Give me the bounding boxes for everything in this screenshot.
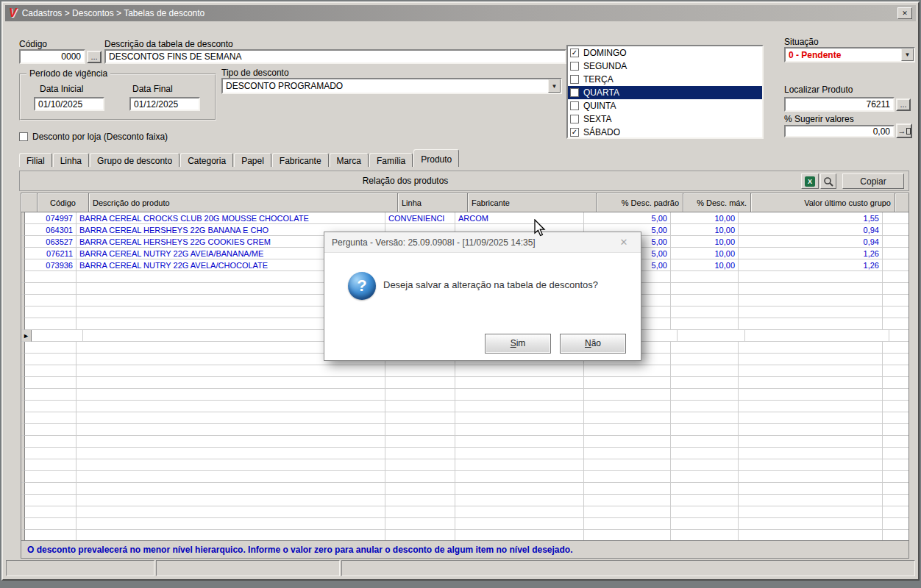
codigo-input[interactable]	[19, 49, 85, 64]
cell-desc-padrao[interactable]	[584, 436, 671, 448]
cell-linha[interactable]	[385, 412, 455, 424]
cell-valor[interactable]	[739, 401, 883, 412]
cell-desc-max[interactable]	[671, 306, 739, 318]
table-row[interactable]	[21, 506, 908, 518]
cell-codigo[interactable]	[25, 295, 77, 306]
weekday-item-quarta[interactable]: QUARTA	[568, 86, 762, 99]
cell-desc-padrao[interactable]	[584, 506, 671, 518]
cell-fabricante[interactable]	[455, 365, 584, 377]
cell-desc-max[interactable]	[671, 295, 739, 306]
table-row[interactable]	[21, 459, 908, 471]
cell-desc-max[interactable]	[671, 377, 739, 389]
checkbox-icon[interactable]: ✓	[570, 128, 579, 137]
cell-linha[interactable]	[385, 495, 455, 506]
header-desc-max[interactable]: % Desc. máx.	[683, 193, 751, 212]
cell-fabricante[interactable]	[455, 530, 584, 540]
table-row[interactable]	[21, 389, 908, 401]
cell-linha[interactable]	[385, 459, 455, 471]
cell-desc-padrao[interactable]	[584, 471, 671, 483]
cell-desc-padrao[interactable]	[584, 459, 671, 471]
cell-codigo[interactable]	[25, 365, 77, 377]
cell-valor[interactable]	[739, 306, 883, 318]
cell-fabricante[interactable]	[455, 412, 584, 424]
desconto-loja-checkbox[interactable]	[19, 132, 28, 141]
weekday-item-sabado[interactable]: ✓ SÁBADO	[568, 126, 762, 139]
data-inicial-input[interactable]	[34, 97, 104, 111]
cell-desc-max[interactable]	[671, 483, 739, 495]
cell-codigo[interactable]: 074997	[25, 212, 77, 224]
cell-desc-max[interactable]	[671, 354, 739, 365]
cell-valor[interactable]	[739, 530, 883, 540]
cell-fabricante[interactable]	[455, 377, 584, 389]
cell-valor[interactable]: 0,94	[739, 236, 883, 248]
localizar-produto-browse-button[interactable]: ...	[896, 98, 911, 111]
cell-valor[interactable]	[739, 412, 883, 424]
tab-familia[interactable]: Família	[369, 153, 413, 167]
table-row[interactable]	[21, 495, 908, 506]
cell-linha[interactable]: CONVENIENCI	[385, 212, 455, 224]
cell-descricao[interactable]: BARRA CEREAL CROCKS CLUB 20G MOUSSE CHOC…	[77, 212, 385, 224]
cell-desc-max[interactable]	[671, 401, 739, 412]
descricao-input[interactable]	[104, 49, 566, 64]
cell-valor[interactable]	[739, 377, 883, 389]
checkbox-icon[interactable]	[570, 62, 579, 71]
cell-codigo[interactable]	[25, 318, 77, 330]
cell-descricao[interactable]	[77, 495, 385, 506]
cell-fabricante[interactable]	[455, 495, 584, 506]
tab-marca[interactable]: Marca	[330, 153, 369, 167]
chevron-down-icon[interactable]: ▼	[901, 49, 914, 61]
cell-valor[interactable]	[739, 295, 883, 306]
table-row[interactable]	[21, 530, 908, 540]
cell-desc-padrao[interactable]: 5,00	[584, 212, 671, 224]
cell-valor[interactable]: 1,26	[739, 248, 883, 259]
cell-valor[interactable]	[739, 354, 883, 365]
cell-valor[interactable]	[739, 271, 883, 283]
cell-desc-max[interactable]	[671, 283, 739, 295]
table-row[interactable]: 074997 BARRA CEREAL CROCKS CLUB 20G MOUS…	[21, 212, 908, 224]
cell-fabricante[interactable]	[455, 459, 584, 471]
tab-filial[interactable]: Filial	[19, 153, 52, 167]
cell-codigo[interactable]	[25, 506, 77, 518]
cell-desc-max[interactable]	[671, 342, 739, 354]
cell-codigo[interactable]	[25, 306, 77, 318]
cell-valor[interactable]	[745, 330, 889, 342]
header-fabricante[interactable]: Fabricante	[468, 193, 597, 212]
cell-linha[interactable]	[385, 471, 455, 483]
cell-descricao[interactable]	[77, 412, 385, 424]
cell-linha[interactable]	[385, 401, 455, 412]
tab-papel[interactable]: Papel	[234, 153, 271, 167]
cell-descricao[interactable]	[77, 459, 385, 471]
cell-desc-padrao[interactable]	[584, 389, 671, 401]
cell-desc-max[interactable]	[671, 518, 739, 530]
table-row[interactable]	[21, 448, 908, 459]
header-desc-padrao[interactable]: % Desc. padrão	[597, 193, 683, 212]
tab-categoria[interactable]: Categoria	[180, 153, 233, 167]
header-valor[interactable]: Valor último custo grupo	[751, 193, 895, 212]
cell-descricao[interactable]	[77, 389, 385, 401]
yes-button[interactable]: Sim	[485, 334, 551, 354]
checkbox-icon[interactable]	[570, 75, 579, 84]
tab-grupo-de-desconto[interactable]: Grupo de desconto	[90, 153, 179, 167]
cell-codigo[interactable]	[25, 518, 77, 530]
cell-valor[interactable]	[739, 518, 883, 530]
cell-fabricante[interactable]	[455, 506, 584, 518]
table-row[interactable]	[21, 401, 908, 412]
cell-descricao[interactable]	[77, 506, 385, 518]
cell-desc-max[interactable]	[671, 424, 739, 436]
cell-descricao[interactable]	[77, 483, 385, 495]
data-final-input[interactable]	[129, 97, 200, 111]
tab-fabricante[interactable]: Fabricante	[272, 153, 329, 167]
cell-codigo[interactable]: 064301	[25, 224, 77, 236]
cell-linha[interactable]	[385, 530, 455, 540]
cell-desc-padrao[interactable]	[584, 424, 671, 436]
cell-desc-max[interactable]	[678, 330, 745, 342]
chevron-down-icon[interactable]: ▼	[548, 79, 561, 93]
cell-descricao[interactable]	[77, 518, 385, 530]
cell-codigo[interactable]	[25, 436, 77, 448]
cell-codigo[interactable]	[32, 330, 83, 342]
cell-codigo[interactable]	[25, 459, 77, 471]
codigo-browse-button[interactable]: ...	[87, 51, 102, 63]
cell-codigo[interactable]	[25, 448, 77, 459]
localizar-produto-input[interactable]	[784, 97, 895, 112]
cell-codigo[interactable]	[25, 283, 77, 295]
